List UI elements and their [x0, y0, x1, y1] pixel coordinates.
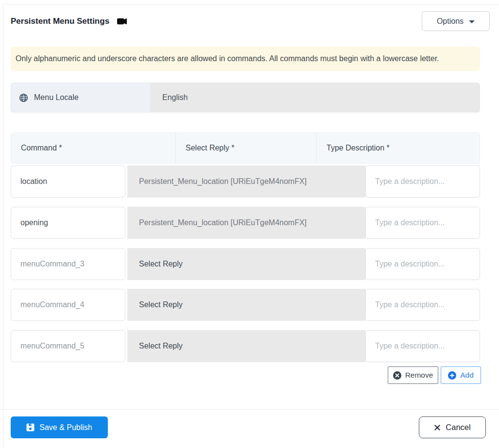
command-input[interactable] [11, 166, 125, 198]
card-border-left [3, 4, 3, 448]
table-row: Select Reply [11, 248, 480, 280]
chevron-down-icon [469, 20, 475, 23]
command-rules-alert: Only alphanumeric and underscore charact… [11, 47, 480, 71]
title-wrap: Persistent Menu Settings [11, 17, 127, 26]
description-input[interactable] [365, 289, 480, 321]
save-icon [26, 423, 34, 431]
command-input[interactable] [11, 248, 125, 280]
cancel-button-label: Cancel [446, 423, 470, 432]
menu-locale-label: Menu Locale [11, 83, 151, 113]
table-row: Persistent_Menu_location [URiEuTgeM4nomF… [11, 207, 480, 239]
description-input[interactable] [365, 166, 480, 198]
menu-locale-label-text: Menu Locale [34, 93, 79, 102]
column-header-type-description: Type Description * [317, 133, 480, 163]
row-actions: Remove Add [388, 366, 481, 384]
reply-select[interactable]: Select Reply [127, 330, 365, 362]
command-input[interactable] [11, 289, 125, 321]
footer-divider [0, 409, 499, 410]
reply-select[interactable]: Select Reply [127, 248, 365, 280]
add-row-button[interactable]: Add [441, 366, 481, 384]
close-icon [434, 424, 441, 431]
menu-locale-value-text: English [162, 93, 188, 102]
card-border-top [3, 4, 499, 4]
remove-row-button[interactable]: Remove [388, 366, 438, 384]
add-circle-icon [448, 371, 456, 380]
command-input[interactable] [11, 207, 125, 239]
command-rules-alert-text: Only alphanumeric and underscore charact… [16, 54, 439, 63]
reply-select[interactable]: Select Reply [127, 289, 365, 321]
save-publish-button[interactable]: Save & Publish [11, 416, 108, 438]
globe-icon [19, 93, 28, 102]
cancel-button[interactable]: Cancel [419, 416, 486, 438]
header-bar: Persistent Menu Settings Options [11, 11, 490, 31]
description-input[interactable] [365, 330, 480, 362]
options-button-label: Options [437, 17, 464, 26]
add-button-label: Add [460, 371, 474, 380]
options-button[interactable]: Options [422, 11, 490, 31]
menu-locale-group: Menu Locale English [11, 83, 480, 113]
table-row: Persistent_Menu_location [URiEuTgeM4nomF… [11, 166, 480, 198]
reply-select[interactable]: Persistent_Menu_location [URiEuTgeM4nomF… [127, 166, 365, 198]
column-header-command: Command * [11, 133, 176, 163]
video-camera-icon [117, 17, 127, 26]
save-publish-button-label: Save & Publish [39, 423, 92, 432]
description-input[interactable] [365, 248, 480, 280]
command-input[interactable] [11, 330, 125, 362]
remove-circle-icon [393, 371, 401, 380]
description-input[interactable] [365, 207, 480, 239]
table-header-row: Command * Select Reply * Type Descriptio… [11, 133, 480, 164]
reply-select[interactable]: Persistent_Menu_location [URiEuTgeM4nomF… [127, 207, 365, 239]
table-row: Select Reply [11, 330, 480, 362]
remove-button-label: Remove [405, 371, 433, 380]
table-row: Select Reply [11, 289, 480, 321]
menu-locale-value: English [151, 83, 480, 113]
page-title: Persistent Menu Settings [11, 17, 109, 26]
column-header-select-reply: Select Reply * [176, 133, 317, 163]
